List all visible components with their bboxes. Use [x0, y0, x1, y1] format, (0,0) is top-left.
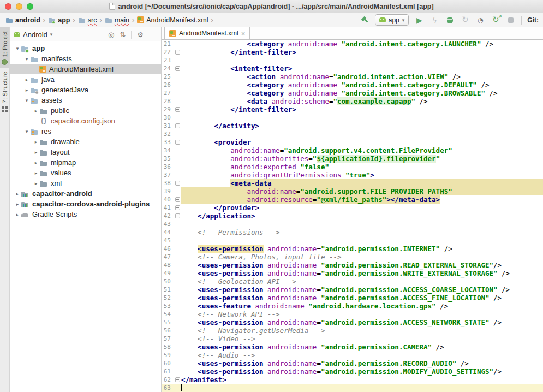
attach-debugger-icon[interactable]: ↻↗	[491, 15, 500, 26]
chevron-right-icon[interactable]: ▸	[33, 181, 39, 186]
tree-item-gradle-scripts[interactable]: ▸Gradle Scripts	[10, 209, 161, 219]
tool-stripe-7-structure[interactable]: 7: Structure	[0, 68, 9, 116]
stop-button[interactable]	[506, 15, 516, 26]
tree-item-generatedjava[interactable]: ▸generatedJava	[10, 85, 161, 95]
code-line-45[interactable]: 45	[162, 236, 543, 245]
debug-button[interactable]	[445, 15, 455, 26]
fold-marker[interactable]	[174, 179, 181, 187]
code-line-37[interactable]: 37 android:grantUriPermissions="true">	[162, 171, 543, 179]
run-configuration-selector[interactable]: app ▾	[375, 14, 409, 26]
fold-marker[interactable]	[174, 376, 181, 384]
code-line-56[interactable]: 56 <!-- Navigator.getUserMedia -->	[162, 326, 543, 335]
code-line-63[interactable]: 63	[162, 384, 543, 392]
minimize-button[interactable]	[16, 3, 22, 10]
code-line-57[interactable]: 57 <!-- Video -->	[162, 335, 543, 343]
chevron-right-icon[interactable]: ▸	[33, 108, 39, 114]
code-line-49[interactable]: 49 <uses-permission android:name="androi…	[162, 269, 543, 277]
code-line-36[interactable]: 36 android:exported="false"	[162, 163, 543, 171]
code-line-48[interactable]: 48 <uses-permission android:name="androi…	[162, 261, 543, 269]
chevron-right-icon[interactable]: ▸	[23, 87, 30, 93]
code-line-41[interactable]: 41 </provider>	[162, 204, 543, 212]
tree-item-public[interactable]: ▸public	[10, 105, 161, 116]
code-line-55[interactable]: 55 <uses-permission android:name="androi…	[162, 318, 543, 326]
code-line-59[interactable]: 59 <!-- Audio -->	[162, 351, 543, 359]
fold-marker[interactable]	[174, 122, 181, 130]
chevron-down-icon[interactable]: ▾	[23, 129, 30, 134]
tree-item-capacitor-android[interactable]: ▸capacitor-android	[10, 188, 161, 199]
code-line-24[interactable]: 24 <intent-filter>	[162, 64, 543, 73]
code-line-27[interactable]: 27 <category android:name="android.inten…	[162, 89, 543, 97]
chevron-right-icon[interactable]: ▸	[33, 170, 39, 176]
build-hammer-button[interactable]	[360, 15, 369, 26]
tree-item-layout[interactable]: ▸layout	[10, 147, 161, 157]
code-line-38[interactable]: 38 <meta-data	[162, 179, 543, 187]
code-line-22[interactable]: 22 </intent-filter>	[162, 48, 543, 56]
code-line-60[interactable]: 60 <uses-permission android:name="androi…	[162, 359, 543, 367]
chevron-down-icon[interactable]: ▾	[23, 98, 30, 103]
tree-item-drawable[interactable]: ▸drawable	[10, 136, 161, 147]
rerun-icon[interactable]: ↻	[460, 15, 470, 26]
chevron-right-icon[interactable]: ▸	[33, 139, 39, 145]
tab-androidmanifest[interactable]: AndroidManifest.xml ×	[164, 27, 250, 39]
code-line-54[interactable]: 54 <!-- Network API -->	[162, 310, 543, 318]
chevron-right-icon[interactable]: ▸	[14, 201, 21, 207]
tree-item-values[interactable]: ▸values	[10, 168, 161, 178]
chevron-right-icon[interactable]: ▸	[33, 160, 39, 165]
breadcrumb-item-app[interactable]: app	[47, 16, 71, 24]
tree-item-mipmap[interactable]: ▸mipmap	[10, 157, 161, 168]
code-line-23[interactable]: 23	[162, 56, 543, 64]
tree-item-res[interactable]: ▾res	[10, 126, 161, 136]
chevron-down-icon[interactable]: ▾	[14, 46, 21, 51]
code-line-32[interactable]: 32	[162, 130, 543, 138]
chevron-right-icon[interactable]: ▸	[14, 191, 21, 197]
collapse-all-icon[interactable]: ⇅	[118, 31, 127, 38]
code-line-35[interactable]: 35 android:authorities="${applicationId}…	[162, 155, 543, 163]
breadcrumb-item-main[interactable]: main	[104, 16, 130, 24]
tree-item-assets[interactable]: ▾assets	[10, 95, 161, 105]
code-line-34[interactable]: 34 android:name="android.support.v4.cont…	[162, 146, 543, 155]
breadcrumb-item-android[interactable]: android	[4, 16, 41, 24]
chevron-down-icon[interactable]: ▾	[23, 56, 30, 62]
chevron-right-icon[interactable]: ▸	[23, 77, 30, 82]
tree-item-manifests[interactable]: ▾manifests	[10, 54, 161, 64]
code-line-33[interactable]: 33 <provider	[162, 138, 543, 146]
hide-panel-icon[interactable]: —	[148, 31, 157, 38]
chevron-right-icon[interactable]: ▸	[14, 212, 21, 217]
code-line-58[interactable]: 58 <uses-permission android:name="androi…	[162, 343, 543, 351]
tree-item-xml[interactable]: ▸xml	[10, 178, 161, 188]
code-line-43[interactable]: 43	[162, 220, 543, 228]
code-editor[interactable]: 21 <category android:name="android.inten…	[162, 40, 543, 392]
breadcrumb-item-androidmanifest-xml[interactable]: AndroidManifest.xml	[136, 16, 209, 24]
code-line-25[interactable]: 25 <action android:name="android.intent.…	[162, 73, 543, 81]
fold-marker[interactable]	[174, 204, 181, 212]
fold-marker[interactable]	[174, 105, 181, 114]
code-line-29[interactable]: 29 </intent-filter>	[162, 105, 543, 114]
run-button[interactable]: ▶	[414, 15, 424, 26]
code-line-61[interactable]: 61 <uses-permission android:name="androi…	[162, 367, 543, 376]
code-line-28[interactable]: 28 <data android:scheme="com.example.cap…	[162, 97, 543, 105]
fold-marker[interactable]	[174, 195, 181, 204]
fold-marker[interactable]	[174, 212, 181, 220]
tree-item-capacitor-config-json[interactable]: {}capacitor.config.json	[10, 116, 161, 126]
locate-file-icon[interactable]: ◎	[107, 31, 115, 38]
close-button[interactable]	[5, 3, 11, 10]
code-line-47[interactable]: 47 <!-- Camera, Photos, input file -->	[162, 253, 543, 261]
code-line-51[interactable]: 51 <uses-permission android:name="androi…	[162, 286, 543, 294]
tree-item-app[interactable]: ▾app	[10, 43, 161, 54]
code-line-52[interactable]: 52 <uses-permission android:name="androi…	[162, 294, 543, 302]
code-line-42[interactable]: 42 </application>	[162, 212, 543, 220]
code-line-50[interactable]: 50 <!-- Geolocation API -->	[162, 277, 543, 286]
close-icon[interactable]: ×	[241, 30, 246, 37]
profiler-button[interactable]: ◔	[475, 15, 485, 26]
tree-item-androidmanifest-xml[interactable]: AndroidManifest.xml	[10, 64, 161, 74]
code-line-46[interactable]: 46 <uses-permission android:name="androi…	[162, 245, 543, 253]
zoom-button[interactable]	[27, 3, 33, 10]
chevron-right-icon[interactable]: ▸	[33, 150, 39, 155]
apply-changes-icon[interactable]: ϟ	[429, 15, 439, 26]
code-line-62[interactable]: 62</manifest>	[162, 376, 543, 384]
tool-stripe-1-project[interactable]: 1: Project	[0, 27, 9, 68]
code-line-53[interactable]: 53 <uses-feature android:name="android.h…	[162, 302, 543, 310]
fold-marker[interactable]	[174, 48, 181, 56]
code-line-39[interactable]: 39 android:name="android.support.FILE_PR…	[162, 187, 543, 195]
code-line-31[interactable]: 31 </activity>	[162, 122, 543, 130]
